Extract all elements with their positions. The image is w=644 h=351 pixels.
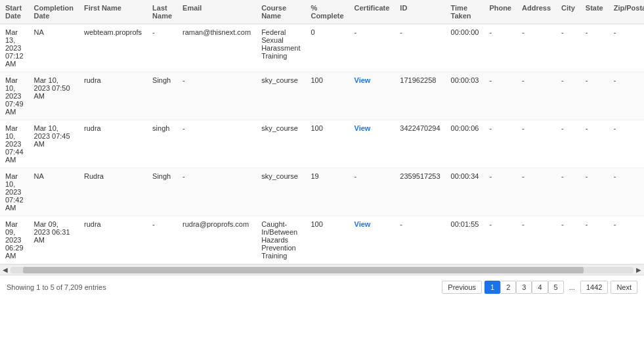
cell-course-name: sky_course xyxy=(256,72,305,120)
previous-button[interactable]: Previous xyxy=(442,281,482,294)
cell-certificate[interactable]: View xyxy=(349,72,395,120)
cell-address: - xyxy=(517,120,556,168)
cell-course-name: sky_course xyxy=(256,168,305,216)
col-header-city: City xyxy=(556,0,580,24)
cell-last-name: singh xyxy=(147,120,177,168)
page-button-4[interactable]: 4 xyxy=(532,281,547,294)
scrollbar-track[interactable] xyxy=(11,267,633,273)
col-header-start-date: StartDate xyxy=(0,0,29,24)
cell-city: - xyxy=(556,216,580,264)
cell-course-name: sky_course xyxy=(256,120,305,168)
scroll-right-arrow[interactable]: ▶ xyxy=(636,266,641,273)
next-button[interactable]: Next xyxy=(611,281,637,294)
view-certificate-link[interactable]: View xyxy=(354,76,371,84)
col-header-completion-date: CompletionDate xyxy=(29,0,79,24)
table-wrapper: StartDate CompletionDate First Name Last… xyxy=(0,0,644,299)
cell-address: - xyxy=(517,216,556,264)
cell-phone: - xyxy=(484,72,517,120)
cell-id: - xyxy=(395,24,445,72)
cell-id: 3422470294 xyxy=(395,120,445,168)
cell-last-name: - xyxy=(147,216,177,264)
horizontal-scrollbar[interactable]: ◀ ▶ xyxy=(0,264,644,275)
cell-start-date: Mar 10, 2023 07:42 AM xyxy=(0,168,29,216)
cell-address: - xyxy=(517,24,556,72)
cell-time-taken: 00:00:03 xyxy=(446,72,484,120)
cell-certificate[interactable]: View xyxy=(349,120,395,168)
view-certificate-link[interactable]: View xyxy=(354,220,371,228)
showing-entries-text: Showing 1 to 5 of 7,209 entries xyxy=(7,283,106,291)
col-header-email: Email xyxy=(177,0,256,24)
cell-email: - xyxy=(177,120,256,168)
col-header-course-name: CourseName xyxy=(256,0,305,24)
table-row: Mar 09, 2023 06:29 AMMar 09, 2023 06:31 … xyxy=(0,216,644,264)
cell-city: - xyxy=(556,72,580,120)
cell-completion-date: Mar 09, 2023 06:31 AM xyxy=(29,216,79,264)
cell-completion-date: Mar 10, 2023 07:50 AM xyxy=(29,72,79,120)
page-button-1[interactable]: 1 xyxy=(484,281,500,294)
page-button-1442[interactable]: 1442 xyxy=(580,281,608,294)
cell-start-date: Mar 09, 2023 06:29 AM xyxy=(0,216,29,264)
cell-email: raman@thisnext.com xyxy=(177,24,256,72)
page-buttons-container: 12345...1442 xyxy=(484,281,608,294)
cell-completion-date: Mar 10, 2023 07:45 AM xyxy=(29,120,79,168)
cell-certificate: - xyxy=(349,168,395,216)
cell-first-name: Rudra xyxy=(79,168,147,216)
cell-last-name: - xyxy=(147,24,177,72)
cell-zip-postal: - xyxy=(609,120,644,168)
cell-time-taken: 00:00:00 xyxy=(446,24,484,72)
cell-zip-postal: - xyxy=(609,216,644,264)
table-row: Mar 10, 2023 07:42 AMNARudraSingh-sky_co… xyxy=(0,168,644,216)
view-certificate-link[interactable]: View xyxy=(354,124,371,132)
cell-email: rudra@proprofs.com xyxy=(177,216,256,264)
cell-state: - xyxy=(580,24,609,72)
cell-certificate[interactable]: View xyxy=(349,216,395,264)
cell-time-taken: 00:01:55 xyxy=(446,216,484,264)
cell-course-name: Caught-In/Between Hazards Prevention Tra… xyxy=(256,216,305,264)
page-button-5[interactable]: 5 xyxy=(548,281,564,294)
cell-pct-complete: 19 xyxy=(305,168,349,216)
cell-phone: - xyxy=(484,120,517,168)
col-header-id: ID xyxy=(395,0,445,24)
cell-pct-complete: 100 xyxy=(305,72,349,120)
cell-id: - xyxy=(395,216,445,264)
table-footer: Showing 1 to 5 of 7,209 entries Previous… xyxy=(0,275,644,299)
col-header-address: Address xyxy=(517,0,556,24)
cell-time-taken: 00:00:06 xyxy=(446,120,484,168)
data-table: StartDate CompletionDate First Name Last… xyxy=(0,0,644,264)
col-header-last-name: LastName xyxy=(147,0,177,24)
pagination: Previous 12345...1442 Next xyxy=(442,281,637,294)
cell-completion-date: NA xyxy=(29,168,79,216)
col-header-zip-postal: Zip/Postal xyxy=(609,0,644,24)
col-header-first-name: First Name xyxy=(79,0,147,24)
cell-start-date: Mar 10, 2023 07:49 AM xyxy=(0,72,29,120)
cell-pct-complete: 100 xyxy=(305,120,349,168)
cell-zip-postal: - xyxy=(609,72,644,120)
cell-first-name: rudra xyxy=(79,72,147,120)
cell-city: - xyxy=(556,120,580,168)
cell-zip-postal: - xyxy=(609,168,644,216)
cell-state: - xyxy=(580,216,609,264)
cell-pct-complete: 100 xyxy=(305,216,349,264)
table-row: Mar 13, 2023 07:12 AMNAwebteam.proprofs-… xyxy=(0,24,644,72)
cell-address: - xyxy=(517,168,556,216)
cell-last-name: Singh xyxy=(147,72,177,120)
cell-phone: - xyxy=(484,216,517,264)
table-row: Mar 10, 2023 07:49 AMMar 10, 2023 07:50 … xyxy=(0,72,644,120)
page-button-2[interactable]: 2 xyxy=(500,281,516,294)
cell-phone: - xyxy=(484,24,517,72)
cell-state: - xyxy=(580,72,609,120)
table-header-row: StartDate CompletionDate First Name Last… xyxy=(0,0,644,24)
cell-first-name: webteam.proprofs xyxy=(79,24,147,72)
cell-email: - xyxy=(177,72,256,120)
scroll-left-arrow[interactable]: ◀ xyxy=(3,266,8,273)
col-header-pct-complete: %Complete xyxy=(305,0,349,24)
cell-id: 171962258 xyxy=(395,72,445,120)
cell-start-date: Mar 10, 2023 07:44 AM xyxy=(0,120,29,168)
cell-course-name: Federal Sexual Harassment Training xyxy=(256,24,305,72)
scrollbar-thumb[interactable] xyxy=(23,267,584,273)
table-row: Mar 10, 2023 07:44 AMMar 10, 2023 07:45 … xyxy=(0,120,644,168)
cell-completion-date: NA xyxy=(29,24,79,72)
page-button-3[interactable]: 3 xyxy=(516,281,532,294)
cell-certificate: - xyxy=(349,24,395,72)
cell-first-name: rudra xyxy=(79,120,147,168)
